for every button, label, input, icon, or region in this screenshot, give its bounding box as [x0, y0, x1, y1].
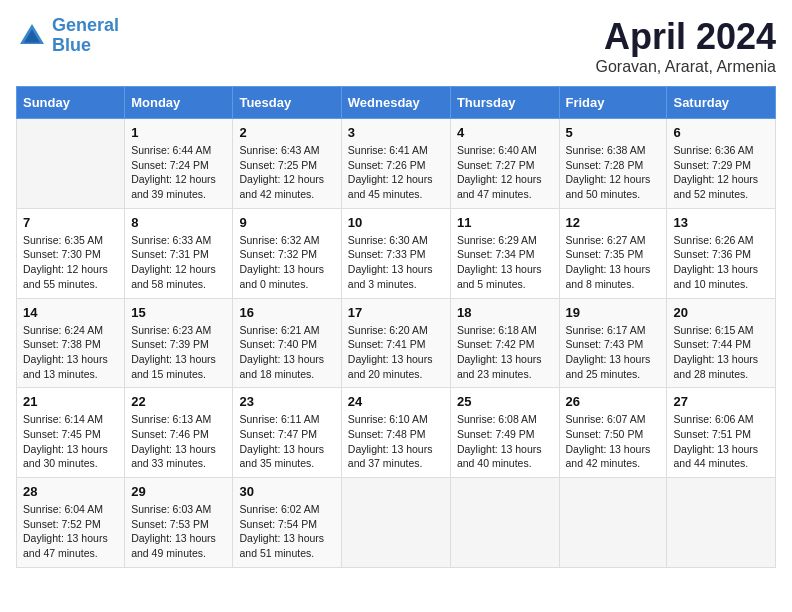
day-info: Sunrise: 6:03 AMSunset: 7:53 PMDaylight:… [131, 502, 226, 561]
day-info: Sunrise: 6:38 AMSunset: 7:28 PMDaylight:… [566, 143, 661, 202]
day-number: 10 [348, 215, 444, 230]
day-number: 25 [457, 394, 553, 409]
calendar-cell: 3Sunrise: 6:41 AMSunset: 7:26 PMDaylight… [341, 119, 450, 209]
calendar-table: SundayMondayTuesdayWednesdayThursdayFrid… [16, 86, 776, 568]
day-info: Sunrise: 6:29 AMSunset: 7:34 PMDaylight:… [457, 233, 553, 292]
day-info: Sunrise: 6:11 AMSunset: 7:47 PMDaylight:… [239, 412, 334, 471]
calendar-cell: 27Sunrise: 6:06 AMSunset: 7:51 PMDayligh… [667, 388, 776, 478]
day-info: Sunrise: 6:32 AMSunset: 7:32 PMDaylight:… [239, 233, 334, 292]
calendar-cell: 22Sunrise: 6:13 AMSunset: 7:46 PMDayligh… [125, 388, 233, 478]
calendar-cell [17, 119, 125, 209]
day-info: Sunrise: 6:43 AMSunset: 7:25 PMDaylight:… [239, 143, 334, 202]
header-sunday: Sunday [17, 87, 125, 119]
title-area: April 2024 Goravan, Ararat, Armenia [595, 16, 776, 76]
header-friday: Friday [559, 87, 667, 119]
calendar-cell: 20Sunrise: 6:15 AMSunset: 7:44 PMDayligh… [667, 298, 776, 388]
calendar-cell: 23Sunrise: 6:11 AMSunset: 7:47 PMDayligh… [233, 388, 341, 478]
day-info: Sunrise: 6:30 AMSunset: 7:33 PMDaylight:… [348, 233, 444, 292]
calendar-cell: 14Sunrise: 6:24 AMSunset: 7:38 PMDayligh… [17, 298, 125, 388]
day-number: 29 [131, 484, 226, 499]
logo: General Blue [16, 16, 119, 56]
calendar-cell: 29Sunrise: 6:03 AMSunset: 7:53 PMDayligh… [125, 478, 233, 568]
day-number: 26 [566, 394, 661, 409]
day-info: Sunrise: 6:24 AMSunset: 7:38 PMDaylight:… [23, 323, 118, 382]
day-info: Sunrise: 6:08 AMSunset: 7:49 PMDaylight:… [457, 412, 553, 471]
day-number: 15 [131, 305, 226, 320]
day-info: Sunrise: 6:33 AMSunset: 7:31 PMDaylight:… [131, 233, 226, 292]
week-row-1: 7Sunrise: 6:35 AMSunset: 7:30 PMDaylight… [17, 208, 776, 298]
calendar-cell: 26Sunrise: 6:07 AMSunset: 7:50 PMDayligh… [559, 388, 667, 478]
day-number: 23 [239, 394, 334, 409]
calendar-cell: 6Sunrise: 6:36 AMSunset: 7:29 PMDaylight… [667, 119, 776, 209]
day-number: 21 [23, 394, 118, 409]
day-info: Sunrise: 6:26 AMSunset: 7:36 PMDaylight:… [673, 233, 769, 292]
calendar-cell [450, 478, 559, 568]
day-info: Sunrise: 6:18 AMSunset: 7:42 PMDaylight:… [457, 323, 553, 382]
day-number: 20 [673, 305, 769, 320]
day-info: Sunrise: 6:06 AMSunset: 7:51 PMDaylight:… [673, 412, 769, 471]
calendar-cell: 13Sunrise: 6:26 AMSunset: 7:36 PMDayligh… [667, 208, 776, 298]
day-number: 9 [239, 215, 334, 230]
day-number: 11 [457, 215, 553, 230]
logo-line2: Blue [52, 36, 119, 56]
day-number: 13 [673, 215, 769, 230]
calendar-cell: 10Sunrise: 6:30 AMSunset: 7:33 PMDayligh… [341, 208, 450, 298]
logo-icon [16, 20, 48, 52]
calendar-cell: 2Sunrise: 6:43 AMSunset: 7:25 PMDaylight… [233, 119, 341, 209]
calendar-cell: 5Sunrise: 6:38 AMSunset: 7:28 PMDaylight… [559, 119, 667, 209]
header-thursday: Thursday [450, 87, 559, 119]
day-info: Sunrise: 6:04 AMSunset: 7:52 PMDaylight:… [23, 502, 118, 561]
day-info: Sunrise: 6:21 AMSunset: 7:40 PMDaylight:… [239, 323, 334, 382]
calendar-cell: 30Sunrise: 6:02 AMSunset: 7:54 PMDayligh… [233, 478, 341, 568]
calendar-cell [667, 478, 776, 568]
header-wednesday: Wednesday [341, 87, 450, 119]
calendar-cell: 18Sunrise: 6:18 AMSunset: 7:42 PMDayligh… [450, 298, 559, 388]
page-header: General Blue April 2024 Goravan, Ararat,… [16, 16, 776, 76]
calendar-cell [341, 478, 450, 568]
day-number: 24 [348, 394, 444, 409]
day-number: 1 [131, 125, 226, 140]
main-title: April 2024 [595, 16, 776, 58]
day-number: 7 [23, 215, 118, 230]
day-info: Sunrise: 6:27 AMSunset: 7:35 PMDaylight:… [566, 233, 661, 292]
day-number: 22 [131, 394, 226, 409]
day-number: 16 [239, 305, 334, 320]
calendar-cell: 28Sunrise: 6:04 AMSunset: 7:52 PMDayligh… [17, 478, 125, 568]
day-info: Sunrise: 6:41 AMSunset: 7:26 PMDaylight:… [348, 143, 444, 202]
day-info: Sunrise: 6:02 AMSunset: 7:54 PMDaylight:… [239, 502, 334, 561]
calendar-cell: 15Sunrise: 6:23 AMSunset: 7:39 PMDayligh… [125, 298, 233, 388]
day-number: 30 [239, 484, 334, 499]
day-number: 4 [457, 125, 553, 140]
week-row-2: 14Sunrise: 6:24 AMSunset: 7:38 PMDayligh… [17, 298, 776, 388]
subtitle: Goravan, Ararat, Armenia [595, 58, 776, 76]
day-number: 19 [566, 305, 661, 320]
calendar-cell [559, 478, 667, 568]
day-info: Sunrise: 6:36 AMSunset: 7:29 PMDaylight:… [673, 143, 769, 202]
day-info: Sunrise: 6:40 AMSunset: 7:27 PMDaylight:… [457, 143, 553, 202]
calendar-cell: 16Sunrise: 6:21 AMSunset: 7:40 PMDayligh… [233, 298, 341, 388]
calendar-cell: 8Sunrise: 6:33 AMSunset: 7:31 PMDaylight… [125, 208, 233, 298]
day-number: 6 [673, 125, 769, 140]
day-info: Sunrise: 6:20 AMSunset: 7:41 PMDaylight:… [348, 323, 444, 382]
day-number: 12 [566, 215, 661, 230]
week-row-3: 21Sunrise: 6:14 AMSunset: 7:45 PMDayligh… [17, 388, 776, 478]
week-row-0: 1Sunrise: 6:44 AMSunset: 7:24 PMDaylight… [17, 119, 776, 209]
day-info: Sunrise: 6:14 AMSunset: 7:45 PMDaylight:… [23, 412, 118, 471]
day-info: Sunrise: 6:35 AMSunset: 7:30 PMDaylight:… [23, 233, 118, 292]
calendar-cell: 19Sunrise: 6:17 AMSunset: 7:43 PMDayligh… [559, 298, 667, 388]
calendar-cell: 17Sunrise: 6:20 AMSunset: 7:41 PMDayligh… [341, 298, 450, 388]
header-saturday: Saturday [667, 87, 776, 119]
calendar-cell: 25Sunrise: 6:08 AMSunset: 7:49 PMDayligh… [450, 388, 559, 478]
calendar-cell: 24Sunrise: 6:10 AMSunset: 7:48 PMDayligh… [341, 388, 450, 478]
logo-line1: General [52, 15, 119, 35]
day-number: 17 [348, 305, 444, 320]
calendar-cell: 4Sunrise: 6:40 AMSunset: 7:27 PMDaylight… [450, 119, 559, 209]
calendar-cell: 21Sunrise: 6:14 AMSunset: 7:45 PMDayligh… [17, 388, 125, 478]
day-info: Sunrise: 6:13 AMSunset: 7:46 PMDaylight:… [131, 412, 226, 471]
calendar-header-row: SundayMondayTuesdayWednesdayThursdayFrid… [17, 87, 776, 119]
day-number: 14 [23, 305, 118, 320]
day-info: Sunrise: 6:17 AMSunset: 7:43 PMDaylight:… [566, 323, 661, 382]
calendar-cell: 1Sunrise: 6:44 AMSunset: 7:24 PMDaylight… [125, 119, 233, 209]
day-number: 3 [348, 125, 444, 140]
day-info: Sunrise: 6:44 AMSunset: 7:24 PMDaylight:… [131, 143, 226, 202]
